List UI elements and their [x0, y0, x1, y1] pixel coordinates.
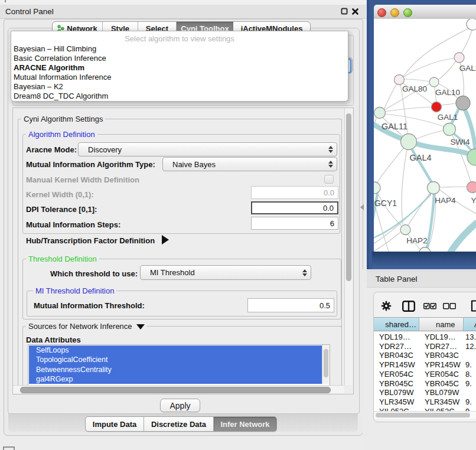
table-cell[interactable]: YBR043C — [425, 351, 459, 360]
mi-threshold-field[interactable]: 0.5 — [247, 298, 334, 312]
dropdown-item[interactable]: Bayesian – K2 — [14, 82, 63, 91]
settings-hscrollbar-thumb[interactable] — [20, 387, 331, 393]
node-gal11[interactable] — [374, 107, 386, 119]
data-attributes-list[interactable]: SelfLoopsTopologicalCoefficientBetweenne… — [28, 344, 330, 385]
dropdown-item[interactable]: Basic Correlation Inference — [14, 54, 106, 63]
table-cell[interactable]: YER054C — [379, 370, 413, 379]
list-item[interactable]: BetweennessCentrality — [29, 365, 322, 374]
node-gal1-red[interactable] — [432, 102, 442, 112]
list-item[interactable]: SelfLoops — [29, 345, 322, 355]
float-icon[interactable] — [341, 8, 348, 15]
kernel-width-field[interactable]: 0.0 — [251, 186, 338, 199]
node-gal10[interactable] — [429, 77, 439, 87]
node-swi4[interactable] — [444, 123, 456, 136]
graph-edge[interactable] — [440, 187, 467, 187]
close-icon[interactable] — [351, 8, 359, 15]
gear-icon[interactable] — [381, 301, 392, 311]
split-columns-icon[interactable] — [402, 301, 415, 312]
minimized-panel-icon[interactable] — [3, 446, 15, 450]
node-bottom[interactable] — [419, 247, 431, 252]
expand-arrow-icon[interactable] — [162, 235, 169, 244]
table-cell[interactable]: YLR345W — [379, 397, 414, 406]
list-item[interactable]: gal4RGexp — [29, 374, 322, 384]
node-gray[interactable] — [456, 96, 470, 110]
graph-edge[interactable] — [384, 84, 396, 109]
mi-algorithm-type-combo[interactable]: Naive Bayes — [162, 157, 337, 171]
list-vscrollbar[interactable] — [322, 345, 330, 384]
graph-edge[interactable] — [404, 58, 454, 77]
table-cell[interactable]: 8. — [465, 370, 472, 379]
table-cell[interactable]: 13. — [465, 332, 476, 341]
settings-vscrollbar[interactable] — [344, 108, 353, 385]
table-cell[interactable]: 9. — [465, 397, 472, 406]
table-cell[interactable]: YDR27… — [379, 342, 412, 351]
algorithm-dropdown: Select algorithm to view settings Bayesi… — [11, 31, 348, 102]
aracne-mode-combo[interactable]: Discovery — [78, 142, 337, 156]
table-cell[interactable]: YPR145W — [379, 360, 415, 369]
graph-edge[interactable] — [402, 149, 407, 224]
node-top-right[interactable] — [467, 19, 476, 30]
graph-edge[interactable] — [416, 131, 444, 139]
minimize-traffic-light[interactable] — [390, 8, 399, 17]
dropdown-item[interactable]: Mutual Information Inference — [14, 73, 111, 81]
graph-edge[interactable] — [441, 103, 456, 105]
table-cell[interactable]: 12. — [465, 342, 476, 351]
zoom-traffic-light[interactable] — [403, 8, 412, 17]
dropdown-item[interactable]: ARACNE Algorithm — [14, 63, 84, 72]
network-canvas[interactable]: GAL2GAL80GAL10GAL1SWI4GAL11GAL4GCY1HAP4H… — [374, 19, 476, 252]
checked-columns-icon[interactable] — [423, 303, 436, 309]
hub-definition-label[interactable]: Hub/Transcription Factor Definition — [26, 236, 155, 245]
graph-edge-highlighted[interactable] — [451, 223, 476, 252]
table-cell[interactable]: YDR27… — [425, 342, 457, 351]
settings-vscrollbar-thumb[interactable] — [346, 113, 352, 281]
tab-discretize-data[interactable]: Discretize Data — [144, 417, 214, 431]
table-cell[interactable]: 9. — [465, 379, 472, 388]
list-vscrollbar-thumb[interactable] — [324, 349, 328, 377]
table-cell[interactable]: YLR345W — [425, 397, 459, 406]
node-gal4[interactable] — [401, 134, 417, 150]
control-panel-titlebar[interactable]: Control Panel — [0, 5, 366, 19]
divider-arrow-icon[interactable] — [360, 204, 364, 210]
manual-kernel-checkbox[interactable] — [324, 175, 334, 184]
node-gal80[interactable] — [395, 75, 405, 85]
table-cell[interactable]: 9. — [465, 360, 472, 369]
column-header[interactable]: name — [419, 317, 464, 331]
list-item[interactable]: TopologicalCoefficient — [29, 355, 322, 364]
table-cell[interactable]: YBR045C — [425, 379, 459, 388]
table-cell[interactable]: YBL079W — [425, 388, 459, 397]
table-hscrollbar-thumb[interactable] — [376, 413, 470, 418]
dropdown-item[interactable]: Dream8 DC_TDC Algorithm — [14, 92, 108, 100]
node-pink-right[interactable] — [467, 182, 476, 193]
table-cell[interactable]: YBR043C — [379, 351, 413, 360]
table-cell[interactable]: YER054C — [425, 370, 459, 379]
graph-edge[interactable] — [377, 148, 404, 182]
node-hap2[interactable] — [400, 225, 410, 235]
table-cell[interactable]: YPR145W — [425, 360, 461, 369]
mi-steps-field[interactable]: 6 — [251, 217, 338, 230]
which-threshold-combo[interactable]: MI Threshold — [140, 265, 311, 280]
dropdown-item[interactable]: Bayesian – Hill Climbing — [14, 44, 96, 53]
network-window-titlebar[interactable] — [374, 5, 476, 19]
node-gal2[interactable] — [454, 53, 464, 63]
table-cell[interactable]: YDL19… — [379, 332, 410, 341]
column-header[interactable]: Avera… — [464, 317, 476, 331]
close-traffic-light[interactable] — [377, 8, 386, 17]
table-cell[interactable]: YBL079W — [379, 388, 414, 397]
graph-edge[interactable] — [404, 79, 429, 81]
table-panel-titlebar[interactable]: Table Panel — [367, 270, 476, 288]
tab-impute-data[interactable]: Impute Data — [86, 417, 144, 431]
sources-title[interactable]: Sources for Network Inference — [26, 322, 147, 331]
apply-button[interactable]: Apply — [160, 399, 200, 412]
unchecked-columns-icon[interactable] — [443, 303, 456, 309]
table-cell[interactable]: YDL19… — [425, 332, 456, 341]
node-gcy1[interactable] — [374, 182, 380, 194]
node-hap4[interactable] — [428, 182, 440, 194]
dpi-tolerance-field[interactable]: 0.0 — [251, 201, 338, 214]
settings-hscrollbar[interactable] — [13, 385, 344, 393]
table-hscrollbar[interactable] — [374, 411, 476, 419]
column-header[interactable]: shared… — [374, 317, 419, 331]
tab-infer-network[interactable]: Infer Network — [214, 417, 276, 431]
table-cell[interactable]: YBR045C — [379, 379, 413, 388]
graph-edge[interactable] — [385, 107, 431, 112]
document-icon[interactable] — [471, 300, 476, 312]
